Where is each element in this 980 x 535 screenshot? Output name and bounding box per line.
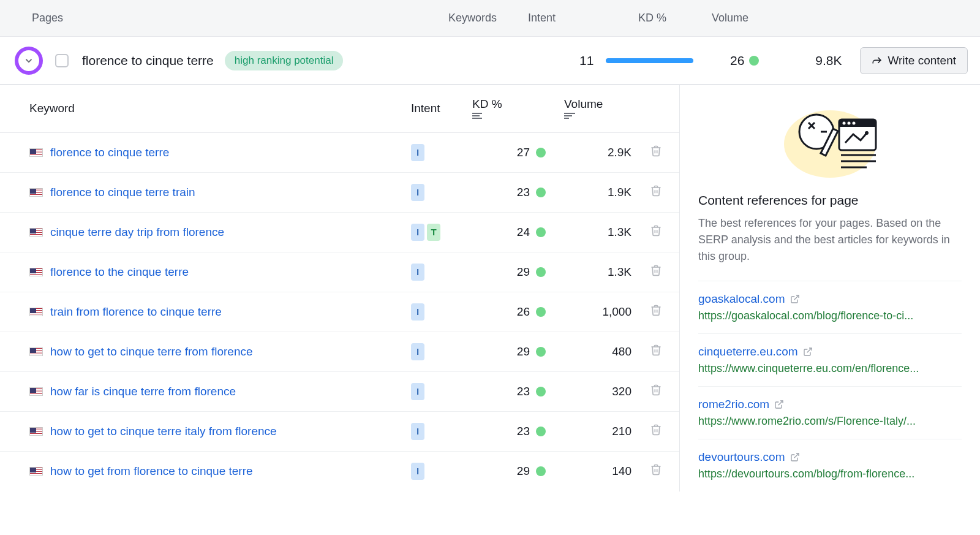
trash-icon: [650, 224, 662, 237]
external-link-icon: [790, 452, 800, 462]
references-description: The best references for your pages. Base…: [698, 215, 962, 265]
trash-icon: [650, 423, 662, 436]
reference-url: https://www.rome2rio.com/s/Florence-Ital…: [698, 415, 962, 428]
kd-value: 27: [517, 146, 530, 159]
references-illustration: [775, 95, 885, 181]
write-content-button[interactable]: Write content: [860, 47, 968, 74]
intent-chip-i: I: [411, 144, 424, 161]
page-title: florence to cinque terre: [82, 53, 214, 68]
volume-value: 320: [564, 385, 631, 398]
table-row: cinque terre day trip from florenceIT241…: [0, 213, 679, 252]
table-row: how to get to cinque terre italy from fl…: [0, 412, 679, 452]
flag-us-icon: [29, 148, 43, 157]
kd-dot-icon: [536, 307, 546, 317]
keyword-link[interactable]: how to get from florence to cinque terre: [50, 465, 253, 478]
reference-url: https://devourtours.com/blog/from-floren…: [698, 468, 962, 480]
kd-dot-icon: [536, 227, 546, 237]
col-intent-header[interactable]: Intent: [528, 12, 638, 25]
volume-value: 480: [564, 345, 631, 359]
volume-value: 2.9K: [564, 146, 631, 159]
expand-toggle[interactable]: [15, 47, 43, 75]
kw-col-kd[interactable]: KD %: [472, 97, 564, 120]
keyword-link[interactable]: florence to cinque terre: [50, 146, 169, 159]
reference-domain-link[interactable]: goaskalocal.com: [698, 292, 962, 306]
kw-col-intent[interactable]: Intent: [411, 102, 472, 115]
intent-chip-i: I: [411, 224, 424, 241]
trash-icon: [650, 384, 662, 396]
keyword-table: Keyword Intent KD % Volume florence to c…: [0, 85, 680, 491]
svg-point-7: [843, 122, 846, 125]
svg-point-9: [853, 122, 856, 125]
ranking-badge: high ranking potential: [225, 51, 344, 70]
keyword-link[interactable]: how to get to cinque terre italy from fl…: [50, 425, 277, 438]
delete-button[interactable]: [650, 306, 662, 319]
reference-domain-link[interactable]: devourtours.com: [698, 450, 962, 464]
flag-us-icon: [29, 427, 43, 436]
kd-value: 29: [517, 345, 530, 359]
reference-item: rome2rio.comhttps://www.rome2rio.com/s/F…: [698, 386, 962, 439]
volume-value: 1.3K: [564, 226, 631, 239]
page-checkbox[interactable]: [55, 54, 69, 67]
keyword-link[interactable]: how far is cinque terre from florence: [50, 385, 236, 398]
trash-icon: [650, 463, 662, 476]
page-summary-row: florence to cinque terre high ranking po…: [0, 37, 980, 85]
delete-button[interactable]: [650, 146, 662, 159]
keyword-link[interactable]: cinque terre day trip from florence: [50, 226, 224, 239]
intent-chip-i: I: [411, 184, 424, 201]
intent-chip-i: I: [411, 303, 424, 321]
flag-us-icon: [29, 268, 43, 276]
col-pages-header[interactable]: Pages: [32, 12, 448, 25]
intent-chip-i: I: [411, 463, 424, 480]
volume-value: 1.3K: [564, 265, 631, 279]
external-link-icon: [803, 347, 813, 357]
intent-chip-i: I: [411, 343, 424, 360]
kw-col-kd-label: KD %: [472, 97, 502, 110]
kd-dot-icon: [536, 148, 546, 157]
reference-domain-text: rome2rio.com: [698, 398, 769, 411]
keyword-link[interactable]: florence to the cinque terre: [50, 265, 189, 279]
svg-line-14: [794, 295, 798, 300]
trash-icon: [650, 184, 662, 197]
kw-col-keyword[interactable]: Keyword: [29, 102, 411, 115]
kd-dot-icon: [536, 466, 546, 476]
flag-us-icon: [29, 347, 43, 356]
delete-button[interactable]: [650, 186, 662, 199]
flag-us-icon: [29, 308, 43, 316]
col-volume-header[interactable]: Volume: [712, 12, 822, 25]
svg-point-10: [865, 131, 869, 135]
kw-col-volume[interactable]: Volume: [564, 97, 662, 120]
delete-button[interactable]: [650, 425, 662, 438]
kd-value: 23: [517, 186, 530, 199]
intent-chip-i: I: [411, 383, 424, 400]
kd-dot-icon: [536, 267, 546, 277]
delete-button[interactable]: [650, 385, 662, 398]
sort-icon: [472, 113, 564, 119]
col-keywords-header[interactable]: Keywords: [448, 12, 528, 25]
content-references-panel: Content references for page The best ref…: [680, 85, 980, 491]
delete-button[interactable]: [650, 266, 662, 279]
flag-us-icon: [29, 467, 43, 476]
delete-button[interactable]: [650, 226, 662, 239]
keyword-link[interactable]: florence to cinque terre train: [50, 186, 195, 199]
volume-value: 1.9K: [564, 186, 631, 199]
reference-item: cinqueterre.eu.comhttps://www.cinqueterr…: [698, 333, 962, 386]
col-kd-header[interactable]: KD %: [638, 12, 712, 25]
delete-button[interactable]: [650, 465, 662, 478]
intent-bar: [606, 58, 698, 63]
external-link-icon: [774, 400, 784, 409]
keyword-link[interactable]: train from florence to cinque terre: [50, 305, 222, 319]
table-row: florence to cinque terreI272.9K: [0, 133, 679, 173]
kw-col-volume-label: Volume: [564, 97, 603, 110]
keyword-link[interactable]: how to get to cinque terre from florence: [50, 345, 253, 359]
reference-domain-link[interactable]: rome2rio.com: [698, 398, 962, 411]
write-content-label: Write content: [888, 54, 956, 67]
svg-point-8: [848, 122, 851, 125]
keyword-table-header: Keyword Intent KD % Volume: [0, 85, 679, 133]
table-row: florence to cinque terre trainI231.9K: [0, 173, 679, 213]
reference-domain-text: goaskalocal.com: [698, 292, 785, 306]
kd-value: 26: [517, 305, 530, 319]
trash-icon: [650, 264, 662, 276]
reference-domain-link[interactable]: cinqueterre.eu.com: [698, 345, 962, 359]
kd-value: 29: [517, 465, 530, 478]
delete-button[interactable]: [650, 346, 662, 359]
